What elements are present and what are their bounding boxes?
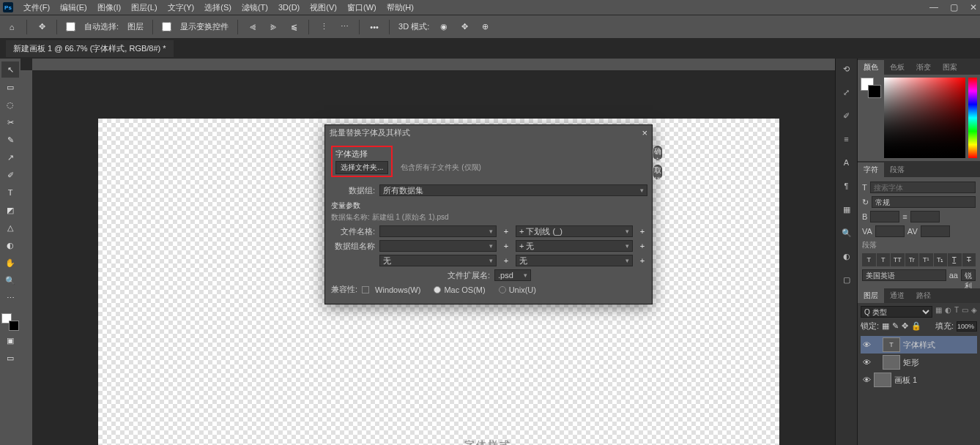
tab-gradients[interactable]: 渐变 [910,60,937,75]
libraries-icon[interactable]: ▢ [839,272,854,287]
language-select[interactable]: 美国英语 [862,269,946,281]
minimize-icon[interactable]: — [929,2,938,12]
marquee-tool[interactable]: ▭ [1,79,19,95]
filename-part2-select[interactable] [379,240,497,252]
info-icon[interactable]: ◐ [839,249,854,263]
leading[interactable] [910,211,940,222]
gradient-tool[interactable]: ◩ [1,202,19,218]
layer-row[interactable]: 👁 T 字体样式 [861,336,977,354]
move-tool-icon[interactable]: ✥ [36,21,48,33]
font-style[interactable]: 常规 [872,196,976,208]
visibility-icon[interactable]: 👁 [862,358,871,367]
tab-character[interactable]: 字符 [858,162,884,177]
color-field[interactable] [884,78,965,158]
color-swatch-panel[interactable] [861,78,881,98]
lock-trans-icon[interactable]: ▦ [882,321,889,331]
lock-all-icon[interactable]: 🔒 [911,321,921,331]
screenmode-tool[interactable]: ▭ [1,350,19,366]
layer-name[interactable]: 矩形 [903,357,919,368]
hand-tool[interactable]: ✋ [1,255,19,271]
aa-select[interactable]: 锐利 [961,269,976,281]
menu-filter[interactable]: 滤镜(T) [242,2,268,13]
distribute-icon[interactable]: ⋮ [318,21,330,33]
menu-image[interactable]: 图像(I) [97,2,121,13]
filter-smart-icon[interactable]: ◈ [971,306,977,318]
layer-filter[interactable]: Q 类型 [861,306,932,318]
compat-mac[interactable]: Mac OS(M) [434,285,485,294]
layer-thumb-artboard[interactable] [874,373,891,387]
tab-swatches[interactable]: 色板 [884,60,910,75]
filter-shape-icon[interactable]: ▭ [962,306,968,318]
refresh-icon[interactable]: ↻ [862,198,869,207]
hue-slider[interactable] [968,78,977,158]
history-icon[interactable]: ⟲ [839,61,854,76]
superscript[interactable]: T¹ [919,253,933,266]
tab-paragraph[interactable]: 段落 [884,162,910,177]
align-left-icon[interactable]: ⫷ [247,21,259,33]
eyedropper-tool[interactable]: ✎ [1,132,19,148]
type-tool[interactable]: T [1,184,19,201]
strikethrough[interactable]: T̶ [962,253,976,266]
layer-thumb-type[interactable]: T [883,337,900,352]
actions-icon[interactable]: ⤢ [839,85,854,100]
fill-value[interactable] [957,321,977,332]
align-right-icon[interactable]: ⫹ [288,21,300,33]
ruler-horizontal[interactable] [32,59,835,70]
filename-part1-select[interactable] [379,225,497,237]
menu-edit[interactable]: 编辑(E) [60,2,87,13]
filename-sep1-select[interactable]: + 下划线 (_) [516,225,633,237]
filter-type-icon[interactable]: T [954,306,959,318]
paragraph-icon[interactable]: ¶ [839,179,854,193]
paragraphs-icon[interactable]: ≡ [839,132,854,146]
more-icon[interactable]: ••• [368,21,380,33]
close-icon[interactable]: ✕ [970,2,977,12]
compat-unix[interactable]: Unix(U) [499,285,536,294]
color-picker[interactable] [858,75,980,161]
zoom-tool[interactable]: 🔍 [1,272,19,288]
brush-settings-icon[interactable]: ✐ [839,108,854,123]
ruler-vertical[interactable] [21,70,32,445]
navigator-icon[interactable]: 🔍 [839,225,854,240]
pen-tool[interactable]: △ [1,220,19,236]
menu-view[interactable]: 视图(V) [310,2,337,13]
color-swatch[interactable] [1,313,19,331]
filename-sep3-select[interactable]: 无 [516,255,633,266]
font-size[interactable] [870,211,899,222]
faux-bold[interactable]: T [862,253,876,266]
kerning[interactable] [875,225,905,237]
choose-folder-button[interactable]: 选择文件夹... [335,161,388,174]
character-icon[interactable]: A [839,155,854,170]
move-tool[interactable]: ↖ [1,61,19,78]
quickmask-tool[interactable]: ▣ [1,332,19,348]
tab-layers[interactable]: 图层 [858,288,884,303]
swatches-icon[interactable]: ▦ [839,202,854,217]
allcaps[interactable]: TT [891,253,905,266]
lasso-tool[interactable]: ◌ [1,97,19,113]
lock-paint-icon[interactable]: ✎ [892,321,899,331]
subscript[interactable]: T₁ [934,253,948,266]
filename-part3-select[interactable]: 无 [379,255,497,266]
compat-windows[interactable]: Windows(W) [362,285,420,294]
underline[interactable]: T̲ [948,253,962,266]
autoselect-layer[interactable]: 图层 [127,21,144,32]
brush-tool[interactable]: ✐ [1,167,19,183]
shape-tool[interactable]: ◐ [1,237,19,253]
autoselect-check[interactable] [66,22,75,31]
faux-italic[interactable]: T [877,253,891,266]
edit-toolbar-icon[interactable]: ⋯ [1,290,19,306]
dialog-titlebar[interactable]: 批量替换字体及其样式 × [325,125,652,140]
lock-pos-icon[interactable]: ✥ [902,321,908,331]
bold-icon[interactable]: B [862,212,867,221]
showtransform-check[interactable] [162,22,171,31]
layer-name[interactable]: 字体样式 [903,340,935,351]
3d-zoom-icon[interactable]: ⊕ [479,21,491,33]
filename-sep2-select[interactable]: + 无 [516,240,633,252]
filter-adjust-icon[interactable]: ◐ [945,306,951,318]
smallcaps[interactable]: Tr [905,253,919,266]
align-center-icon[interactable]: ⫸ [267,21,279,33]
visibility-icon[interactable]: 👁 [862,375,871,384]
ok-button[interactable]: 确定 [653,146,662,160]
tab-channels[interactable]: 通道 [884,288,910,303]
maximize-icon[interactable]: ▢ [950,2,958,12]
visibility-icon[interactable]: 👁 [862,340,871,349]
